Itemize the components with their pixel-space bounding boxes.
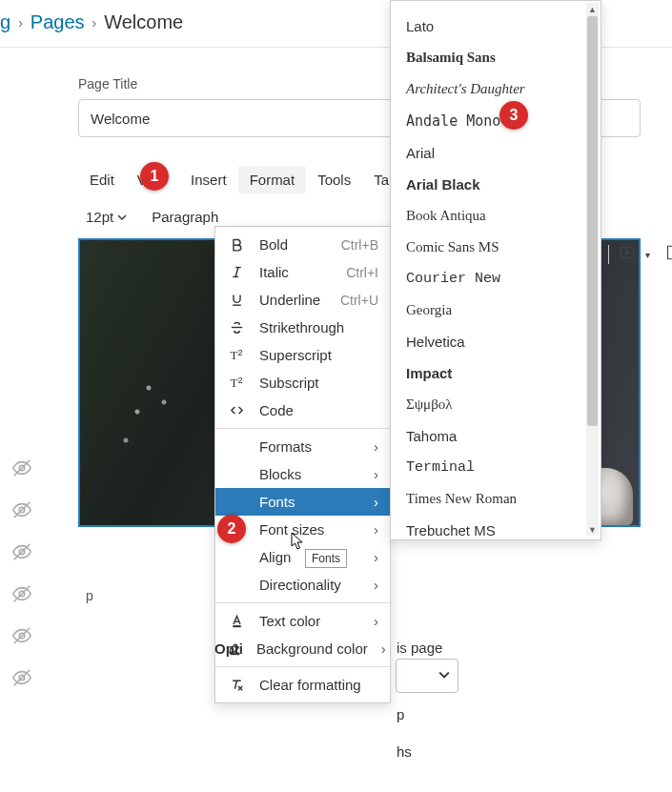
font-size-select[interactable]: 12pt <box>78 205 134 229</box>
format-strikethrough[interactable]: Strikethrough <box>215 314 390 341</box>
step-badge-2: 2 <box>217 515 246 543</box>
strikethrough-icon <box>227 319 246 335</box>
partial-text: hs <box>397 743 412 760</box>
format-fonts-label: Fonts <box>259 494 360 510</box>
format-bold-shortcut: Ctrl+B <box>341 237 378 253</box>
format-strike-label: Strikethrough <box>259 319 378 335</box>
chevron-right-icon: › <box>374 549 378 565</box>
font-option[interactable]: Balsamiq Sans <box>391 42 601 73</box>
format-clear-label: Clear formatting <box>259 677 378 693</box>
chevron-right-icon: › <box>374 613 378 629</box>
toolbar-right-cluster: ▾ <box>608 244 672 265</box>
format-blocks[interactable]: Blocks › <box>215 460 390 488</box>
block-format-value: Paragraph <box>152 209 218 225</box>
eye-off-icon[interactable] <box>11 667 32 692</box>
format-code-label: Code <box>259 402 378 418</box>
format-blocks-label: Blocks <box>259 466 360 482</box>
chevron-down-icon[interactable]: ▾ <box>645 250 650 260</box>
editor-path[interactable]: p <box>86 588 93 603</box>
format-clear[interactable]: Clear formatting <box>215 671 390 699</box>
font-option[interactable]: Andale Mono <box>391 105 601 137</box>
font-option[interactable]: Σψμβολ <box>391 389 601 420</box>
format-italic-label: Italic <box>259 264 333 280</box>
visibility-sidebar <box>11 457 32 692</box>
scrollbar-thumb[interactable] <box>587 16 598 426</box>
fonts-submenu: LatoBalsamiq SansArchitect's DaughterAnd… <box>390 0 601 540</box>
format-bold[interactable]: Bold Ctrl+B <box>215 231 390 258</box>
media-icon[interactable] <box>619 244 636 265</box>
eye-off-icon[interactable] <box>11 499 32 524</box>
scroll-up-arrow-icon[interactable]: ▲ <box>586 3 599 15</box>
chevron-right-icon: › <box>381 640 386 657</box>
step-badge-3: 3 <box>499 101 528 130</box>
fonts-tooltip: Fonts <box>305 549 347 568</box>
menu-separator <box>215 666 390 667</box>
menu-edit[interactable]: Edit <box>78 166 126 193</box>
format-formats-label: Formats <box>259 438 360 455</box>
format-underline[interactable]: Underline Ctrl+U <box>215 286 390 314</box>
font-size-value: 12pt <box>86 209 113 225</box>
font-option[interactable]: Helvetica <box>391 326 601 357</box>
format-subscript-label: Subscript <box>259 375 378 391</box>
font-option[interactable]: Impact <box>391 357 601 389</box>
chevron-right-icon: › <box>374 438 378 455</box>
eye-off-icon[interactable] <box>11 457 32 482</box>
font-option[interactable]: Architect's Daughter <box>391 73 601 105</box>
eye-off-icon[interactable] <box>11 541 32 566</box>
format-bold-label: Bold <box>259 236 328 253</box>
font-option[interactable]: Trebuchet MS <box>391 515 601 540</box>
partial-text: is page <box>397 640 442 656</box>
menu-tools[interactable]: Tools <box>306 166 362 193</box>
chevron-right-icon: › <box>374 466 378 482</box>
format-underline-label: Underline <box>259 292 327 308</box>
scroll-down-arrow-icon[interactable]: ▼ <box>586 523 599 536</box>
format-dropdown: Bold Ctrl+B Italic Ctrl+I Underline Ctrl… <box>214 226 391 703</box>
format-formats[interactable]: Formats › <box>215 433 390 460</box>
format-code[interactable]: Code <box>215 396 390 424</box>
format-text-color[interactable]: Text color › <box>215 607 390 635</box>
clear-formatting-icon <box>227 677 246 693</box>
chevron-right-icon: › <box>374 521 378 538</box>
font-option[interactable]: Terminal <box>391 452 601 483</box>
breadcrumb-root[interactable]: g <box>0 11 10 33</box>
page-select-dropdown[interactable] <box>396 659 458 693</box>
code-icon <box>227 402 246 418</box>
format-superscript[interactable]: T2 Superscript <box>215 341 390 369</box>
menu-separator <box>215 602 390 603</box>
chevron-right-icon: › <box>374 494 378 510</box>
format-subscript[interactable]: T2 Subscript <box>215 369 390 396</box>
bold-icon <box>227 236 246 253</box>
font-option[interactable]: Lato <box>391 10 601 42</box>
font-option[interactable]: Georgia <box>391 294 601 326</box>
svg-marker-13 <box>626 251 631 255</box>
format-italic[interactable]: Italic Ctrl+I <box>215 258 390 286</box>
breadcrumb-separator: › <box>92 15 97 30</box>
eye-off-icon[interactable] <box>11 625 32 650</box>
svg-line-16 <box>235 268 238 277</box>
font-option[interactable]: Arial <box>391 137 601 169</box>
font-option[interactable]: Times New Roman <box>391 483 601 515</box>
partial-text: p <box>397 706 404 722</box>
format-fonts[interactable]: Fonts › <box>215 488 390 516</box>
font-option[interactable]: Tahoma <box>391 420 601 452</box>
font-option[interactable]: Courier New <box>391 263 601 294</box>
format-directionality[interactable]: Directionality › <box>215 571 390 599</box>
format-align[interactable]: Align › <box>215 543 390 571</box>
breadcrumb-pages[interactable]: Pages <box>31 11 85 33</box>
subscript-icon: T2 <box>227 376 246 391</box>
font-option[interactable]: Arial Black <box>391 169 601 200</box>
breadcrumb-current: Welcome <box>104 11 183 33</box>
step-badge-1: 1 <box>140 162 169 191</box>
menu-insert[interactable]: Insert <box>179 166 238 193</box>
document-icon[interactable] <box>663 244 672 265</box>
font-option[interactable]: Book Antiqua <box>391 200 601 232</box>
format-directionality-label: Directionality <box>259 577 360 593</box>
eye-off-icon[interactable] <box>11 583 32 608</box>
menu-format[interactable]: Format <box>238 166 307 193</box>
toolbar-separator <box>608 245 609 264</box>
font-option[interactable]: Comic Sans MS <box>391 232 601 263</box>
format-bg-color-label: Background color <box>256 640 368 657</box>
format-underline-shortcut: Ctrl+U <box>340 293 378 308</box>
options-label: Opti <box>214 640 243 657</box>
format-italic-shortcut: Ctrl+I <box>346 265 378 280</box>
